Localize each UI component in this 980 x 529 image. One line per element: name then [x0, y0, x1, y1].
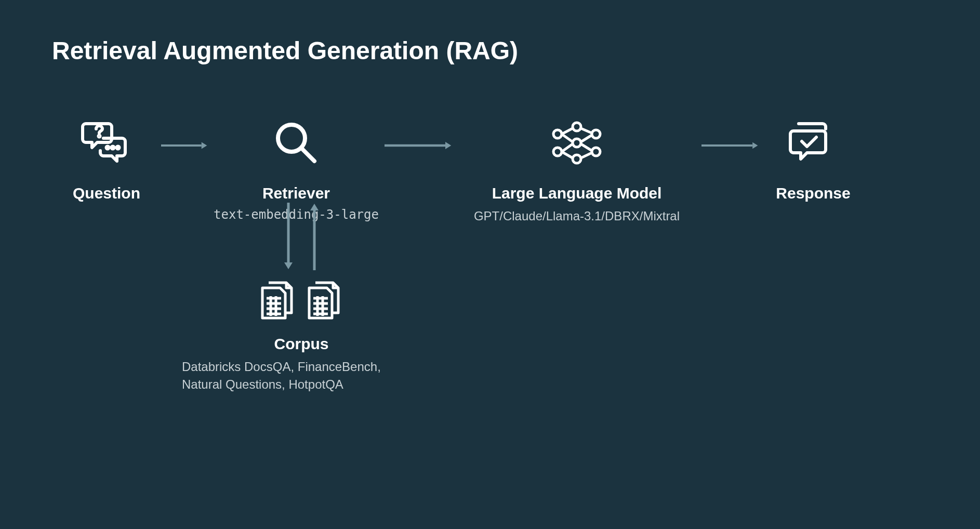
svg-point-0: [99, 136, 100, 137]
corpus-label: Corpus: [274, 335, 329, 353]
corpus-node: Corpus Databricks DocsQA, FinanceBench, …: [166, 203, 436, 393]
arrow-icon: [701, 140, 759, 151]
arrow-up-icon: [309, 203, 320, 270]
svg-line-17: [562, 144, 573, 152]
corpus-sublabel: Databricks DocsQA, FinanceBench, Natural…: [182, 358, 421, 393]
svg-line-18: [562, 152, 573, 158]
svg-point-11: [573, 139, 581, 147]
svg-point-2: [112, 147, 114, 149]
llm-node: Large Language Model GPT/Claude/Llama-3.…: [452, 117, 701, 225]
neural-network-icon: [548, 117, 605, 169]
svg-point-1: [107, 147, 109, 149]
svg-point-3: [117, 147, 120, 149]
svg-line-19: [581, 128, 592, 133]
svg-point-13: [592, 130, 600, 138]
page-title: Retrieval Augmented Generation (RAG): [52, 36, 928, 65]
chat-question-icon: [81, 117, 133, 169]
magnifier-icon: [273, 117, 320, 169]
svg-point-8: [553, 130, 562, 138]
svg-line-22: [581, 153, 592, 158]
question-label: Question: [73, 184, 140, 202]
question-node: Question: [52, 117, 161, 207]
svg-point-12: [573, 155, 581, 163]
svg-line-16: [562, 134, 573, 142]
svg-point-10: [573, 123, 581, 131]
svg-point-14: [592, 148, 600, 156]
svg-point-9: [553, 148, 562, 156]
llm-label: Large Language Model: [492, 184, 662, 202]
documents-icon: [306, 281, 343, 322]
svg-line-20: [581, 135, 592, 142]
documents-icon: [259, 281, 297, 322]
response-node: Response: [759, 117, 868, 207]
arrow-icon: [385, 140, 452, 151]
retriever-label: Retriever: [262, 184, 330, 202]
response-label: Response: [776, 184, 850, 202]
svg-line-21: [581, 144, 592, 151]
svg-line-15: [562, 128, 573, 134]
arrow-icon: [161, 140, 208, 151]
svg-line-6: [302, 149, 314, 161]
llm-sublabel: GPT/Claude/Llama-3.1/DBRX/Mixtral: [474, 207, 680, 225]
arrow-down-icon: [283, 203, 294, 270]
chat-check-icon: [787, 117, 839, 169]
